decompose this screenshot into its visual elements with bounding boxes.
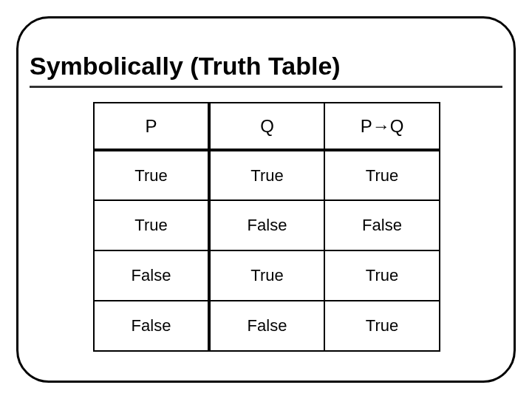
table-row: True False False [94, 200, 440, 250]
table-row: False True True [94, 250, 440, 301]
slide: Symbolically (Truth Table) P Q P→Q True … [0, 0, 532, 399]
table-header-row: P Q P→Q [94, 103, 440, 150]
table-row: True True True [94, 150, 440, 200]
col-header-p: P [94, 103, 209, 150]
col-header-q: Q [209, 103, 324, 150]
table-row: False False True [94, 301, 440, 351]
cell: True [94, 200, 209, 250]
cell: False [94, 250, 209, 301]
col-header-piq: P→Q [324, 103, 440, 150]
cell: False [324, 200, 440, 250]
cell: True [209, 250, 324, 301]
cell: True [324, 250, 440, 301]
slide-title: Symbolically (Truth Table) [30, 52, 341, 81]
truth-table: P Q P→Q True True True True False False … [93, 102, 440, 352]
cell: True [324, 301, 440, 351]
cell: True [324, 150, 440, 200]
cell: True [209, 150, 324, 200]
cell: False [94, 301, 209, 351]
cell: False [209, 200, 324, 250]
title-underline [30, 86, 502, 88]
cell: True [94, 150, 209, 200]
cell: False [209, 301, 324, 351]
